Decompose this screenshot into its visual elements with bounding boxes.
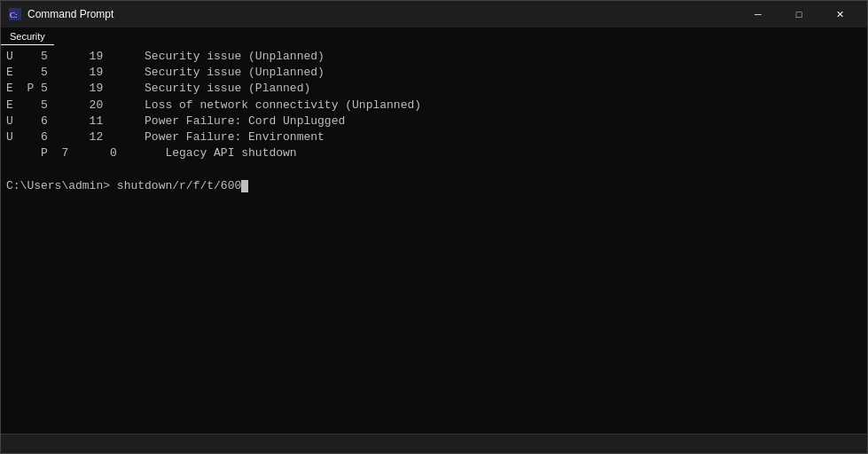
terminal-line: E P 5 19 Security issue (Planned) [6,81,862,97]
terminal-blank-line [6,161,862,177]
prompt-text: C:\Users\admin> [6,178,117,194]
terminal-line: P 7 0 Legacy API shutdown [6,145,862,161]
prompt-line: C:\Users\admin> shutdown/r/f/t/600 [6,178,862,194]
terminal-body[interactable]: U 5 19 Security issue (Unplanned) E 5 19… [1,45,867,434]
cursor [241,180,248,192]
title-bar: C: Command Prompt ─ □ ✕ [1,1,867,27]
terminal-line: U 6 12 Power Failure: Environment [6,129,862,145]
minimize-button[interactable]: ─ [738,1,778,27]
command-text: shutdown/r/f/t/600 [117,178,241,194]
terminal-line: U 5 19 Security issue (Unplanned) [6,49,862,65]
window-title: Command Prompt [27,8,738,20]
window-controls: ─ □ ✕ [738,1,860,27]
svg-text:C:: C: [10,11,18,20]
terminal-line: E 5 19 Security issue (Unplanned) [6,65,862,81]
status-bar [1,434,867,453]
tab-security[interactable]: Security [1,27,54,45]
app-icon: C: [8,7,22,21]
command-prompt-window: C: Command Prompt ─ □ ✕ Security U 5 19 … [0,0,868,454]
terminal-line: E 5 20 Loss of network connectivity (Unp… [6,98,862,114]
close-button[interactable]: ✕ [819,1,860,27]
terminal-line: U 6 11 Power Failure: Cord Unplugged [6,114,862,129]
tab-bar: Security [1,27,867,45]
maximize-button[interactable]: □ [778,1,819,27]
